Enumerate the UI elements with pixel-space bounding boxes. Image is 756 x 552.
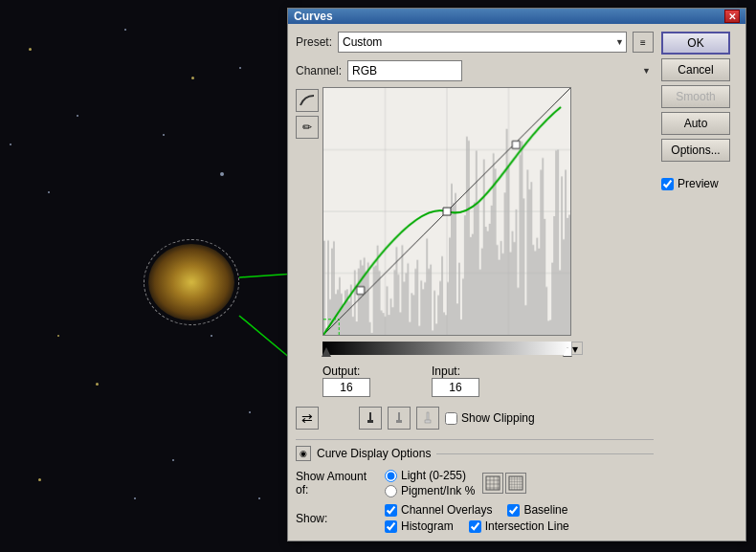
- preset-select-wrapper: Custom Default Medium Contrast Strong Co…: [338, 32, 627, 53]
- section-divider: [436, 453, 654, 454]
- show-amount-label: Show Amount of:: [296, 470, 377, 497]
- pencil-tool-button[interactable]: ✏: [296, 116, 319, 139]
- histogram-label: Histogram: [401, 519, 454, 533]
- slider-right-handle[interactable]: [563, 347, 572, 357]
- eyedrop-black-icon: [363, 410, 378, 426]
- output-input[interactable]: [322, 378, 370, 397]
- options-button[interactable]: Options...: [661, 139, 730, 162]
- curves-dialog: Curves ✕ Preset: Custom Default Medium C…: [287, 8, 746, 541]
- slider-left-handle[interactable]: [322, 347, 331, 357]
- preset-row: Preset: Custom Default Medium Contrast S…: [296, 32, 654, 53]
- preview-row: Preview: [661, 177, 738, 190]
- grid-4x4-button[interactable]: [482, 473, 503, 494]
- grid-10x10-icon: [508, 475, 523, 491]
- show-checkboxes: Channel Overlays Baseline Hi: [385, 503, 569, 533]
- histogram-checkbox[interactable]: [385, 520, 397, 533]
- auto-button[interactable]: Auto: [661, 112, 730, 135]
- right-panel: OK Cancel Smooth Auto Options... Preview: [661, 32, 738, 533]
- left-panel: Preset: Custom Default Medium Contrast S…: [296, 32, 654, 533]
- galaxy-ring: [144, 239, 239, 325]
- input-group: Input:: [432, 364, 479, 397]
- channel-overlays-checkbox[interactable]: [385, 504, 397, 517]
- input-label: Input:: [432, 364, 479, 378]
- preview-label: Preview: [678, 177, 719, 190]
- show-amount-row: Show Amount of: Light (0-255) Pigment/In…: [296, 469, 654, 497]
- grid-4x4-icon: [485, 475, 500, 491]
- eyedrop-black-button[interactable]: [359, 407, 382, 430]
- pigment-radio-item: Pigment/Ink %: [385, 484, 475, 497]
- checkboxes-row2: Histogram Intersection Line: [385, 519, 569, 533]
- curve-canvas-wrapper: [322, 87, 654, 336]
- curve-tool-button[interactable]: [296, 89, 319, 112]
- intersection-label: Intersection Line: [485, 519, 569, 533]
- input-input[interactable]: [432, 378, 479, 397]
- svg-rect-8: [425, 420, 431, 423]
- output-label: Output:: [322, 364, 370, 378]
- grid-10x10-button[interactable]: [505, 473, 526, 494]
- gradient-slider[interactable]: [322, 342, 571, 355]
- channel-select-wrapper: RGB Red Green Blue ▼: [347, 60, 654, 81]
- pigment-label: Pigment/Ink %: [401, 484, 475, 497]
- close-button[interactable]: ✕: [724, 10, 740, 23]
- eyedroppers-row: ⇄: [296, 407, 654, 430]
- eyedrop-gray-icon: [391, 410, 407, 426]
- light-label: Light (0-255): [401, 469, 466, 482]
- channel-overlays-item: Channel Overlays: [385, 503, 492, 517]
- histogram-dropdown[interactable]: ▾: [571, 342, 583, 355]
- preset-menu-button[interactable]: ≡: [633, 32, 654, 53]
- dialog-title: Curves: [294, 10, 333, 23]
- preset-label: Preset:: [296, 35, 332, 49]
- svg-rect-6: [396, 420, 402, 423]
- dialog-titlebar: Curves ✕: [288, 9, 745, 24]
- channel-select-arrow: ▼: [642, 66, 651, 76]
- channel-overlays-label: Channel Overlays: [401, 503, 492, 517]
- output-group: Output:: [322, 364, 370, 397]
- ok-button[interactable]: OK: [661, 32, 730, 55]
- show-clipping-label: Show Clipping: [461, 411, 535, 425]
- stepper-button[interactable]: ⇄: [296, 407, 319, 430]
- histogram-item: Histogram: [385, 519, 454, 533]
- radio-group: Light (0-255) Pigment/Ink %: [385, 469, 475, 497]
- channel-select[interactable]: RGB Red Green Blue: [347, 60, 462, 81]
- preset-select[interactable]: Custom Default Medium Contrast Strong Co…: [338, 32, 627, 53]
- smooth-button[interactable]: Smooth: [661, 85, 730, 108]
- eyedrop-white-button[interactable]: [416, 407, 439, 430]
- baseline-item: Baseline: [507, 503, 567, 517]
- options-grid: Show Amount of: Light (0-255) Pigment/In…: [296, 469, 654, 533]
- output-input-area: Output: Input:: [296, 364, 654, 397]
- dialog-body: Preset: Custom Default Medium Contrast S…: [288, 24, 745, 541]
- curve-display-header: Curve Display Options: [317, 447, 431, 460]
- checkboxes-row1: Channel Overlays Baseline: [385, 503, 569, 517]
- show-clipping-group: Show Clipping: [445, 411, 535, 425]
- intersection-checkbox[interactable]: [469, 520, 481, 533]
- svg-rect-16: [509, 476, 523, 490]
- light-radio[interactable]: [385, 470, 397, 482]
- collapse-button[interactable]: ◉: [296, 446, 311, 461]
- light-radio-item: Light (0-255): [385, 469, 475, 482]
- show-label: Show:: [296, 512, 377, 525]
- gradient-slider-row: ▾: [322, 342, 654, 355]
- show-checkboxes-row: Show: Channel Overlays Baseline: [296, 503, 654, 533]
- show-clipping-checkbox[interactable]: [445, 412, 457, 425]
- curve-tool-icon: [299, 94, 316, 107]
- intersection-item: Intersection Line: [469, 519, 569, 533]
- curve-tools: ✏: [296, 87, 319, 336]
- svg-rect-4: [367, 420, 373, 423]
- grid-buttons: [482, 473, 526, 494]
- pigment-radio[interactable]: [385, 485, 397, 497]
- preview-checkbox[interactable]: [661, 178, 674, 190]
- channel-label: Channel:: [296, 64, 342, 77]
- curve-display-options: ◉ Curve Display Options Show Amount of: …: [296, 439, 654, 533]
- channel-row: Channel: RGB Red Green Blue ▼: [296, 60, 654, 81]
- eyedrop-gray-button[interactable]: [388, 407, 411, 430]
- eyedrop-white-icon: [420, 410, 435, 426]
- section-header: ◉ Curve Display Options: [296, 446, 654, 461]
- baseline-label: Baseline: [523, 503, 567, 517]
- curve-area: ✏: [296, 87, 654, 336]
- baseline-checkbox[interactable]: [507, 504, 520, 517]
- curve-canvas[interactable]: [322, 87, 571, 336]
- cancel-button[interactable]: Cancel: [661, 58, 730, 81]
